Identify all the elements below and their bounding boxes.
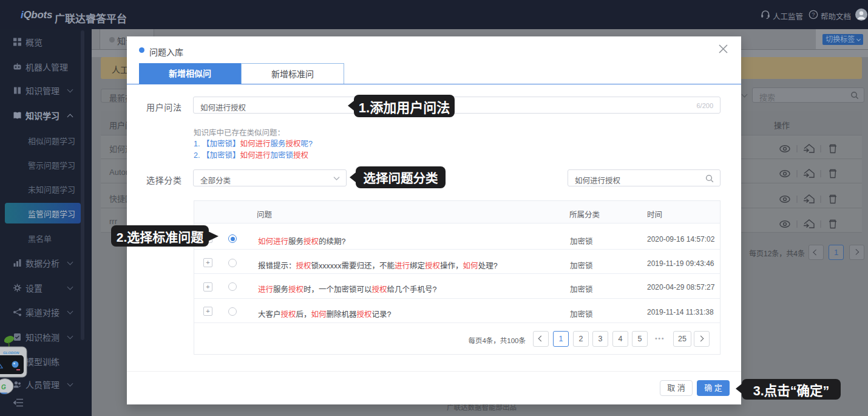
svg-text:G: G	[1, 384, 6, 390]
svg-text:?: ?	[812, 11, 815, 18]
svg-text:GLODON: GLODON	[3, 351, 19, 355]
